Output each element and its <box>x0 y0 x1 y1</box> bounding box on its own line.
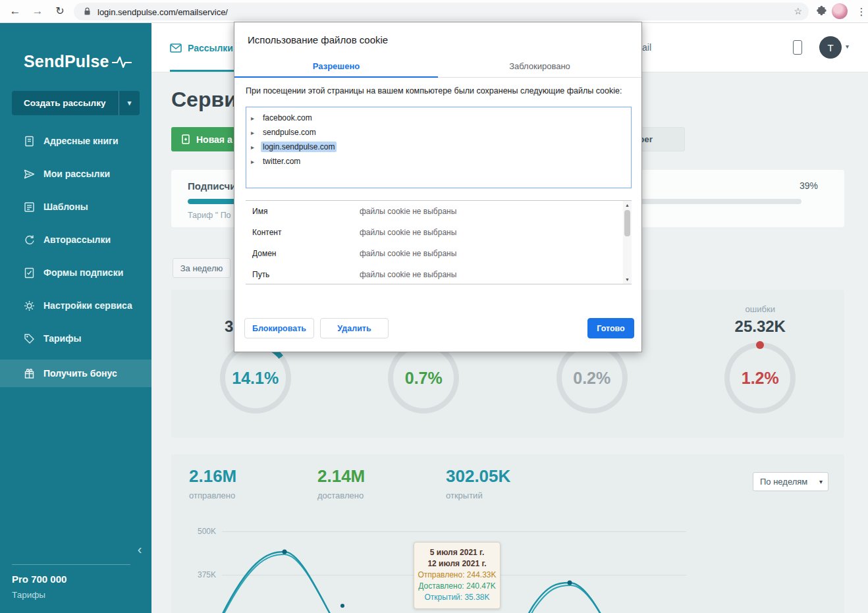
total-sent: 2.16M отправлено <box>189 466 236 500</box>
address-bar[interactable]: login.sendpulse.com/emailservice/ ☆ <box>74 3 809 20</box>
rate-value: 1.2% <box>724 342 796 413</box>
refresh-icon[interactable]: ↻ <box>51 3 68 20</box>
cookie-site-row[interactable]: ▸ sendpulse.com <box>246 125 631 140</box>
data-point <box>568 581 572 585</box>
sidebar-divider <box>12 564 130 565</box>
tree-expand-icon[interactable]: ▸ <box>251 144 261 151</box>
pulse-icon <box>112 55 132 69</box>
sidebar-collapse-icon[interactable]: ‹ <box>133 542 146 557</box>
sidebar-item-label: Авторассылки <box>43 234 111 245</box>
phone-icon[interactable] <box>793 40 802 55</box>
done-button[interactable]: Готово <box>587 318 634 338</box>
total-sent-label: отправлено <box>189 491 236 500</box>
cookie-site-row[interactable]: ▸ twitter.com <box>246 154 631 169</box>
page-title: Серви <box>171 88 237 112</box>
avatar-letter: T <box>827 42 833 53</box>
new-address-book-label: Новая а <box>196 134 232 145</box>
subscribers-label: Подписчи <box>188 180 236 192</box>
account-avatar[interactable]: T <box>819 36 842 59</box>
done-button-label: Готово <box>597 324 625 333</box>
rate-donut: 14.1% <box>220 342 291 413</box>
detail-name: Путь <box>246 270 360 279</box>
tab-mailings[interactable]: Рассылки <box>170 23 233 72</box>
plan-pricing-link[interactable]: Тарифы <box>12 590 45 600</box>
bookmark-star-icon[interactable]: ☆ <box>794 6 802 16</box>
sidebar-item-label: Шаблоны <box>43 201 88 212</box>
browser-menu-icon[interactable]: ⋮ <box>855 3 868 20</box>
total-delivered: 2.14M доставлено <box>317 466 365 500</box>
sidebar-item-label: Настройки сервиса <box>43 300 132 311</box>
subscribers-percent: 39% <box>800 180 818 191</box>
tab-blocked[interactable]: Заблокировано <box>438 55 641 77</box>
extensions-puzzle-icon[interactable] <box>816 5 827 16</box>
total-opened: 302.05K открытий <box>446 466 510 500</box>
dialog-description: При посещении этой страницы на вашем ком… <box>246 86 632 95</box>
period-select[interactable]: По неделям ▾ <box>753 472 828 491</box>
sidebar-item-subscription-forms[interactable]: Формы подписки <box>0 258 151 287</box>
period-week-tab[interactable]: За неделю <box>173 258 231 278</box>
create-mailing-button[interactable]: Создать рассылку ▾ <box>12 91 140 115</box>
account-caret-icon: ▾ <box>846 43 849 50</box>
lock-icon[interactable] <box>84 7 91 16</box>
active-tab-underline <box>170 70 240 72</box>
chevron-down-icon[interactable]: ▾ <box>119 91 140 115</box>
tab-allowed-label: Разрешено <box>313 61 360 71</box>
y-axis-tick: 375K <box>198 570 216 579</box>
tab-mailings-label: Рассылки <box>188 43 233 53</box>
rate-donut: 0.2% <box>556 342 628 413</box>
address-book-icon <box>24 136 35 147</box>
block-button[interactable]: Блокировать <box>244 318 314 338</box>
get-bonus-button[interactable]: Получить бонус <box>0 360 151 387</box>
detail-row: Имя файлы cookie не выбраны <box>246 201 632 222</box>
sidebar-item-label: Формы подписки <box>43 267 123 278</box>
rate-value: 0.2% <box>556 342 628 413</box>
tab-allowed[interactable]: Разрешено <box>234 55 438 77</box>
gear-icon <box>24 300 35 311</box>
total-delivered-value: 2.14M <box>317 466 365 487</box>
sidebar-item-templates[interactable]: Шаблоны <box>0 192 151 221</box>
scrollbar[interactable]: ▲ ▼ <box>623 201 632 284</box>
cookie-site-row[interactable]: ▸ login.sendpulse.com <box>246 140 631 154</box>
period-select-value: По неделям <box>760 477 807 487</box>
site-label-selected[interactable]: login.sendpulse.com <box>261 142 337 152</box>
scroll-up-icon[interactable]: ▲ <box>623 201 632 209</box>
tree-expand-icon[interactable]: ▸ <box>251 129 261 136</box>
browser-profile-avatar[interactable] <box>832 3 848 19</box>
sidebar-item-pricing[interactable]: Тарифы <box>0 324 151 353</box>
sidebar: SendPulse Создать рассылку ▾ Адресные кн… <box>0 23 151 613</box>
scrollbar-thumb[interactable] <box>624 210 630 236</box>
tree-expand-icon[interactable]: ▸ <box>251 115 261 122</box>
cookie-site-tree[interactable]: ▸ facebook.com ▸ sendpulse.com ▸ login.s… <box>246 107 632 188</box>
data-point <box>340 604 344 608</box>
detail-value: файлы cookie не выбраны <box>360 207 456 216</box>
detail-value: файлы cookie не выбраны <box>360 249 456 258</box>
select-caret-icon: ▾ <box>819 478 823 485</box>
tooltip-sent: Отправлено: 244.33K <box>417 570 497 581</box>
forward-icon[interactable]: → <box>29 3 46 20</box>
delete-button[interactable]: Удалить <box>320 318 389 338</box>
tree-expand-icon[interactable]: ▸ <box>251 158 261 165</box>
site-label[interactable]: sendpulse.com <box>261 127 318 138</box>
cookie-site-row[interactable]: ▸ facebook.com <box>246 111 631 125</box>
site-label[interactable]: facebook.com <box>261 113 314 123</box>
back-icon[interactable]: ← <box>7 3 24 20</box>
rate-count: 25.32K <box>676 317 845 336</box>
sidebar-item-autoresponders[interactable]: Авторассылки <box>0 225 151 254</box>
total-delivered-label: доставлено <box>317 491 365 500</box>
sidebar-item-address-books[interactable]: Адресные книги <box>0 126 151 155</box>
total-opened-value: 302.05K <box>446 466 510 487</box>
scroll-down-icon[interactable]: ▼ <box>623 275 632 284</box>
envelope-icon <box>170 43 182 53</box>
detail-value: файлы cookie не выбраны <box>360 228 456 237</box>
logo-text: SendPulse <box>24 52 109 71</box>
site-label[interactable]: twitter.com <box>261 156 302 167</box>
rate-value: 14.1% <box>220 342 291 413</box>
tab-blocked-label: Заблокировано <box>509 61 570 71</box>
rate-label: ошибки <box>676 304 845 314</box>
block-button-label: Блокировать <box>252 324 306 333</box>
sidebar-item-service-settings[interactable]: Настройки сервиса <box>0 291 151 320</box>
new-address-book-button[interactable]: Новая а <box>171 127 243 151</box>
sidebar-item-my-mailings[interactable]: Мои рассылки <box>0 159 151 188</box>
sidebar-item-label: Тарифы <box>43 333 81 344</box>
sendpulse-logo[interactable]: SendPulse <box>24 52 132 71</box>
